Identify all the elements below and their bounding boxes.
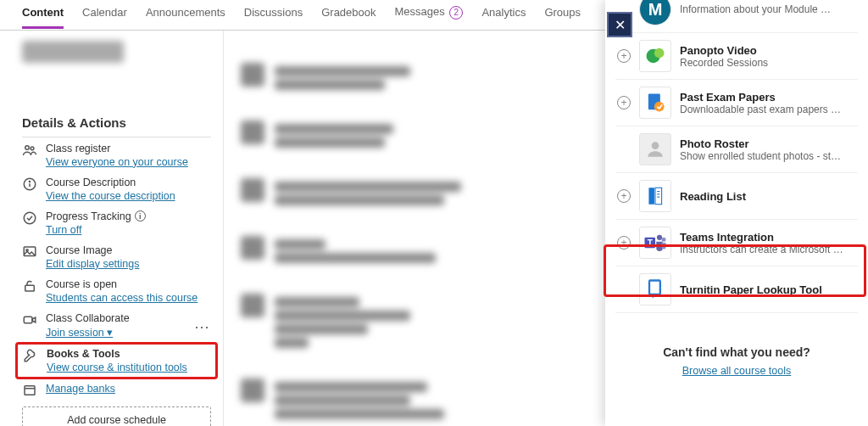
svg-point-13: [654, 48, 665, 59]
reading-list-icon: [639, 180, 671, 212]
course-open-title: Course is open: [46, 278, 198, 290]
close-icon: ✕: [615, 17, 626, 33]
image-icon: [22, 244, 37, 260]
books-tools-item: Books & Tools View course & institution …: [23, 348, 210, 373]
svg-point-24: [657, 235, 662, 240]
class-collaborate-item: Class Collaborate Join session ▾ ⋯: [22, 312, 211, 339]
svg-point-25: [662, 238, 666, 242]
course-open-item: Course is open Students can access this …: [22, 278, 211, 304]
view-course-tools-link[interactable]: View course & institution tools: [47, 362, 187, 373]
tool-module-info-desc: Information about your Module …: [680, 3, 856, 15]
details-actions-heading: Details & Actions: [22, 115, 211, 130]
tool-past-exam[interactable]: + Past Exam Papers Downloadable past exa…: [615, 80, 858, 126]
svg-rect-17: [648, 188, 654, 205]
tool-reading-list[interactable]: + Reading List: [615, 173, 858, 220]
turnitin-icon: [639, 273, 671, 305]
people-icon: [22, 143, 37, 158]
course-description-item: Course Description View the course descr…: [22, 177, 211, 202]
class-collaborate-title: Class Collaborate: [46, 312, 130, 324]
class-register-item: Class register View everyone on your cou…: [22, 143, 211, 168]
tool-past-exam-name: Past Exam Papers: [680, 91, 856, 104]
teams-icon: T: [639, 227, 671, 259]
svg-point-15: [654, 102, 665, 112]
tool-past-exam-desc: Downloadable past exam papers …: [680, 104, 856, 115]
svg-point-16: [652, 142, 659, 149]
details-sidebar: Details & Actions Class register View ev…: [0, 31, 224, 427]
add-icon[interactable]: +: [617, 96, 631, 109]
manage-banks-link[interactable]: Manage banks: [46, 383, 115, 395]
svg-text:T: T: [648, 238, 653, 248]
turn-off-link[interactable]: Turn off: [46, 224, 146, 236]
view-course-description-link[interactable]: View the course description: [46, 190, 175, 202]
redacted-header: [22, 41, 124, 63]
books-tools-title: Books & Tools: [47, 348, 187, 360]
svg-point-1: [31, 146, 34, 149]
tab-analytics[interactable]: Analytics: [481, 6, 526, 22]
tab-groups[interactable]: Groups: [544, 6, 581, 22]
tab-messages[interactable]: Messages 2: [395, 5, 464, 23]
panel-footer: Can't find what you need? Browse all cou…: [615, 345, 858, 377]
add-course-schedule-button[interactable]: Add course schedule: [22, 406, 211, 427]
check-circle-icon: [22, 210, 37, 226]
tool-teams-desc: Instructors can create a Microsoft …: [680, 244, 856, 255]
tool-panopto[interactable]: + Panopto Video Recorded Sessions: [615, 33, 858, 80]
close-panel-button[interactable]: ✕: [607, 12, 632, 37]
progress-tracking-item: Progress Tracking i Turn off: [22, 210, 211, 236]
view-everyone-link[interactable]: View everyone on your course: [46, 156, 188, 168]
course-image-title: Course Image: [46, 244, 139, 256]
tool-panopto-desc: Recorded Sessions: [680, 57, 856, 69]
svg-rect-26: [649, 281, 660, 294]
module-info-icon: M: [639, 0, 671, 25]
tool-panopto-name: Panopto Video: [680, 44, 856, 57]
class-register-title: Class register: [46, 143, 188, 154]
tool-photo-roster-name: Photo Roster: [680, 137, 856, 150]
progress-tracking-title: Progress Tracking i: [46, 210, 146, 222]
camera-icon: [22, 312, 37, 328]
messages-badge: 2: [449, 6, 463, 20]
photo-roster-icon: [639, 133, 671, 165]
svg-rect-18: [655, 188, 662, 205]
bank-icon: [22, 383, 37, 398]
course-description-title: Course Description: [46, 177, 175, 188]
tool-teams[interactable]: + T Teams Integration Instructors can cr…: [615, 220, 858, 266]
add-icon[interactable]: +: [617, 189, 631, 203]
tool-teams-name: Teams Integration: [680, 231, 856, 244]
students-access-link[interactable]: Students can access this course: [46, 292, 198, 304]
manage-banks-item: Manage banks: [22, 383, 211, 398]
svg-rect-8: [25, 285, 35, 291]
course-image-item: Course Image Edit display settings: [22, 244, 211, 270]
tab-discussions[interactable]: Discussions: [244, 6, 303, 22]
tools-panel: M Information about your Module … + Pano…: [605, 0, 868, 426]
tab-content[interactable]: Content: [22, 6, 64, 22]
add-icon[interactable]: +: [617, 236, 631, 249]
past-exam-icon: [639, 87, 671, 119]
svg-rect-10: [25, 385, 35, 395]
browse-all-tools-link[interactable]: Browse all course tools: [682, 365, 792, 377]
svg-point-4: [29, 181, 30, 182]
collaborate-more-icon[interactable]: ⋯: [194, 317, 209, 336]
panopto-icon: [639, 40, 671, 72]
svg-rect-9: [24, 317, 32, 323]
tool-reading-list-name: Reading List: [680, 190, 856, 203]
tab-announcements[interactable]: Announcements: [146, 6, 225, 22]
tool-module-info[interactable]: M Information about your Module …: [615, 0, 858, 33]
unlock-icon: [22, 278, 37, 294]
tool-photo-roster-desc: Show enrolled student photos - st…: [680, 150, 856, 162]
tab-calendar[interactable]: Calendar: [82, 6, 127, 22]
info-icon: [22, 177, 37, 192]
tool-turnitin-name: Turnitin Paper Lookup Tool: [680, 283, 856, 296]
join-session-link[interactable]: Join session ▾: [46, 326, 130, 339]
cant-find-heading: Can't find what you need?: [615, 345, 858, 359]
wrench-icon: [23, 348, 38, 363]
help-icon[interactable]: i: [135, 210, 146, 221]
add-icon[interactable]: +: [617, 49, 631, 63]
svg-point-5: [24, 212, 36, 224]
tool-turnitin[interactable]: Turnitin Paper Lookup Tool: [615, 266, 858, 313]
books-tools-highlight: Books & Tools View course & institution …: [15, 342, 218, 379]
svg-point-0: [25, 145, 30, 149]
tab-gradebook[interactable]: Gradebook: [321, 6, 376, 22]
edit-display-settings-link[interactable]: Edit display settings: [46, 258, 139, 270]
tool-photo-roster[interactable]: Photo Roster Show enrolled student photo…: [615, 126, 858, 173]
